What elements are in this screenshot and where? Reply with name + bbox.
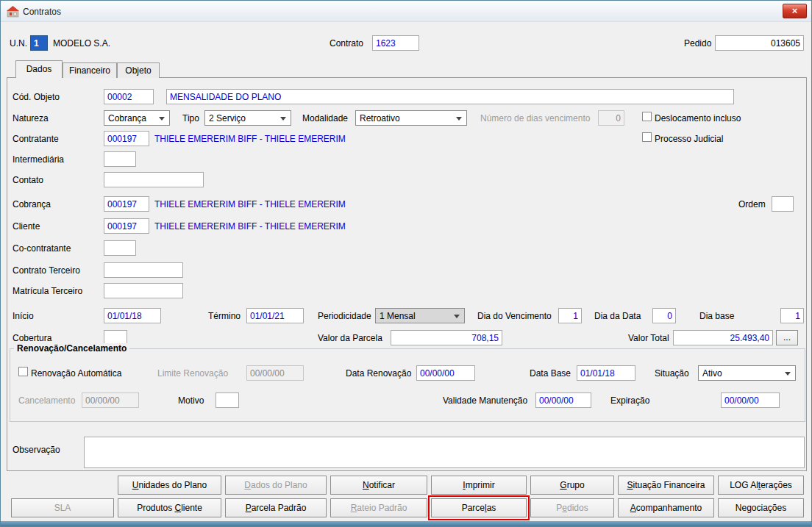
valor-total-input[interactable]: [673, 330, 773, 345]
contratante-input[interactable]: [104, 131, 149, 146]
unidades-do-plano-button[interactable]: Unidades do Plano: [118, 476, 221, 495]
intermediaria-label: Intermediária: [13, 154, 64, 165]
cod-objeto-input[interactable]: [104, 89, 154, 104]
contratos-window: Contratos × U.N. MODELO S.A. Contrato Pe…: [0, 0, 812, 527]
un-input[interactable]: [30, 35, 48, 51]
cobranca-label: Cobrança: [13, 199, 51, 209]
data-renovacao-input[interactable]: [416, 365, 475, 381]
contrato-terceiro-input[interactable]: [104, 262, 183, 278]
deslocamento-incluso-checkbox[interactable]: [642, 112, 652, 121]
renovacao-automatica-label: Renovação Automática: [31, 368, 121, 379]
dia-base-label: Dia base: [699, 311, 734, 321]
notificar-button[interactable]: Notificar: [330, 476, 427, 495]
matricula-terceiro-input[interactable]: [104, 283, 183, 298]
deslocamento-incluso-label: Deslocamento incluso: [655, 113, 741, 123]
expiracao-input[interactable]: [721, 392, 780, 408]
imprimir-button[interactable]: Imprimir: [431, 476, 527, 495]
co-contratante-label: Co-contratante: [13, 243, 71, 254]
pedidos-button: Pedidos: [530, 498, 614, 517]
cod-objeto-label: Cód. Objeto: [13, 92, 60, 102]
situacao-select[interactable]: Ativo: [698, 365, 796, 381]
tab-financeiro[interactable]: Financeiro: [63, 62, 117, 78]
ordem-input[interactable]: [772, 196, 794, 212]
chevron-down-icon: [454, 315, 460, 318]
validade-manutencao-label: Validade Manutenção: [443, 395, 527, 406]
negociacoes-button[interactable]: Negociações: [718, 498, 804, 517]
acompanhamento-button[interactable]: Acompanhamento: [618, 498, 714, 517]
dia-vencimento-input[interactable]: [558, 308, 582, 323]
situacao-value: Ativo: [702, 368, 722, 379]
rateio-padrao-button: Rateio Padrão: [330, 498, 427, 517]
modalidade-value: Retroativo: [360, 113, 400, 123]
processo-judicial-label: Processo Judicial: [655, 134, 723, 144]
contratante-name: THIELE EMERERIM BIFF - THIELE EMERERIM: [154, 134, 346, 144]
natureza-label: Natureza: [13, 113, 49, 123]
parcela-padrao-button[interactable]: Parcela Padrão: [225, 498, 327, 517]
contrato-input[interactable]: [372, 35, 419, 51]
chevron-down-icon: [280, 117, 286, 121]
natureza-value: Cobrança: [108, 113, 146, 123]
parcelas-button[interactable]: Parcelas: [431, 498, 527, 517]
tipo-value: 2 Serviço: [209, 113, 246, 123]
tab-dados[interactable]: Dados: [15, 60, 63, 78]
contato-input[interactable]: [104, 172, 204, 187]
modalidade-select[interactable]: Retroativo: [355, 110, 467, 126]
natureza-select[interactable]: Cobrança: [104, 110, 170, 126]
validade-manutencao-input[interactable]: [535, 392, 591, 408]
data-renovacao-label: Data Renovação: [346, 368, 411, 379]
limite-renovacao-label: Limite Renovação: [157, 368, 228, 379]
chevron-down-icon: [159, 117, 165, 121]
renovacao-cancelamento-title: Renovação/Cancelamento: [14, 343, 129, 354]
limite-renovacao-input: [246, 365, 304, 381]
valor-parcela-label: Valor da Parcela: [318, 333, 382, 343]
modalidade-label: Modalidade: [302, 113, 348, 123]
co-contratante-input[interactable]: [104, 240, 136, 256]
situacao-financeira-button[interactable]: Situação Financeira: [618, 476, 714, 495]
cancelamento-input: [82, 392, 139, 408]
pedido-input[interactable]: [715, 35, 804, 51]
dias-vencimento-label: Número de dias vencimento: [480, 113, 590, 123]
dia-vencimento-label: Dia do Vencimento: [477, 311, 552, 321]
renovacao-automatica-checkbox[interactable]: [18, 367, 28, 376]
processo-judicial-checkbox[interactable]: [642, 132, 652, 142]
produtos-cliente-button[interactable]: Produtos Cliente: [118, 498, 221, 517]
window-title: Contratos: [23, 7, 61, 17]
log-alteracoes-button[interactable]: LOG Alterações: [718, 476, 804, 495]
periodicidade-select[interactable]: 1 Mensal: [375, 308, 465, 323]
cancelamento-label: Cancelamento: [18, 395, 75, 406]
dados-do-plano-button: Dados do Plano: [225, 476, 327, 495]
tab-objeto[interactable]: Objeto: [117, 62, 160, 78]
observacao-input[interactable]: [84, 437, 805, 468]
cobertura-label: Cobertura: [13, 333, 51, 343]
valor-total-more-button[interactable]: ...: [776, 330, 798, 345]
renovacao-cancelamento-group: [10, 348, 805, 422]
company-name: MODELO S.A.: [53, 38, 110, 49]
close-button[interactable]: ×: [783, 4, 807, 18]
valor-parcela-input[interactable]: [391, 330, 502, 345]
cliente-label: Cliente: [13, 221, 40, 232]
dia-base-input[interactable]: [780, 308, 804, 323]
grupo-button[interactable]: Grupo: [530, 476, 614, 495]
inicio-input[interactable]: [104, 308, 161, 323]
motivo-input[interactable]: [216, 392, 239, 408]
app-icon: [7, 5, 19, 18]
valor-total-label: Valor Total: [628, 333, 669, 343]
data-base-input[interactable]: [577, 365, 635, 381]
objeto-descricao-input[interactable]: [166, 89, 734, 104]
tipo-label: Tipo: [182, 113, 199, 123]
chevron-down-icon: [456, 117, 462, 121]
observacao-label: Observação: [13, 445, 60, 455]
intermediaria-input[interactable]: [104, 151, 136, 167]
termino-input[interactable]: [246, 308, 304, 323]
periodicidade-value: 1 Mensal: [380, 311, 416, 321]
cobranca-input[interactable]: [104, 196, 149, 212]
tipo-select[interactable]: 2 Serviço: [204, 110, 291, 126]
sla-button: SLA: [11, 498, 114, 517]
title-bar[interactable]: Contratos ×: [1, 1, 811, 22]
dia-data-input[interactable]: [652, 308, 676, 323]
contato-label: Contato: [13, 175, 43, 185]
dia-data-label: Dia da Data: [594, 311, 641, 321]
cliente-name: THIELE EMERERIM BIFF - THIELE EMERERIM: [154, 221, 346, 232]
cliente-input[interactable]: [104, 218, 149, 234]
situacao-label: Situação: [655, 368, 689, 379]
